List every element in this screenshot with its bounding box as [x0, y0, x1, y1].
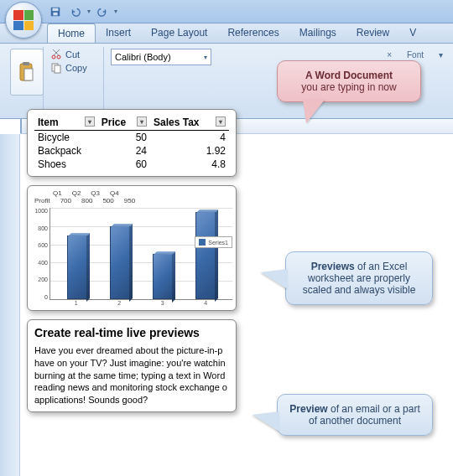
font-group-label: Font [407, 50, 424, 60]
callout-word-document: A Word Document you are typing in now [277, 60, 421, 102]
paste-icon [18, 61, 36, 83]
y-tick: 800 [31, 225, 48, 231]
chart-col: Q3 [91, 189, 100, 197]
chart-header-vals: Profit 700 800 500 950 [31, 197, 232, 204]
copy-button[interactable]: Copy [50, 62, 98, 74]
chart-bar [67, 235, 87, 299]
font-dialog-launcher[interactable]: ▾ [439, 50, 443, 60]
excel-table-preview: Item▾ Price▾ Sales Tax▾ Bicycle 50 4 Bac… [27, 109, 237, 177]
svg-point-7 [57, 55, 60, 59]
callout-bold: Previews [311, 261, 355, 272]
cell-item: Bicycle [34, 131, 98, 145]
callout-excel-preview: Previews of an Excel worksheet are prope… [285, 251, 433, 305]
redo-button[interactable] [94, 3, 111, 20]
preview-panels: Item▾ Price▾ Sales Tax▾ Bicycle 50 4 Bac… [27, 109, 237, 412]
cell-item: Shoes [34, 158, 98, 171]
table-header-tax[interactable]: Sales Tax▾ [150, 115, 229, 131]
clipboard-group-2: Cut Copy [45, 47, 104, 115]
paste-button[interactable] [10, 49, 44, 96]
font-name-combo[interactable]: Calibri (Body) ▾ [111, 49, 211, 65]
chart-val: 800 [81, 197, 92, 204]
chevron-down-icon: ▾ [204, 54, 207, 61]
filter-dropdown-icon[interactable]: ▾ [85, 116, 95, 127]
undo-icon [70, 6, 81, 18]
svg-rect-4 [23, 62, 29, 65]
tab-references[interactable]: References [217, 23, 289, 43]
cell-tax: 4 [150, 131, 229, 145]
qat-customize[interactable]: ▾ [114, 8, 117, 15]
chart-val: 500 [102, 197, 113, 204]
callout-text: you are typing in now [289, 81, 409, 93]
document-preview: Create real-time live previews Have you … [27, 319, 237, 412]
chart-bar [110, 226, 130, 299]
cut-button[interactable]: Cut [50, 49, 98, 60]
ribbon-tabs: Home Insert Page Layout References Maili… [0, 23, 453, 44]
callout-tail-icon [303, 100, 325, 123]
copy-icon [50, 62, 62, 74]
bars [50, 208, 232, 299]
chart-col: Q4 [110, 189, 119, 197]
cell-tax: 1.92 [150, 144, 229, 158]
y-tick: 400 [31, 260, 48, 266]
chart-header: Q1 Q2 Q3 Q4 [31, 189, 232, 197]
chart-legend: Series1 [195, 236, 232, 248]
mini-table: Item▾ Price▾ Sales Tax▾ Bicycle 50 4 Bac… [34, 115, 229, 171]
legend-label: Series1 [208, 240, 228, 246]
x-tick: 4 [204, 300, 207, 306]
svg-rect-2 [53, 12, 57, 15]
legend-swatch [199, 239, 206, 246]
office-button[interactable] [5, 2, 42, 39]
chart-bar [153, 254, 173, 300]
font-group-extras: × Font ▾ [387, 50, 443, 60]
y-axis: 1000 800 600 400 200 0 [31, 208, 49, 300]
table-header-item[interactable]: Item▾ [34, 115, 98, 131]
callout-bold: Preview [289, 403, 327, 415]
tab-mailings[interactable]: Mailings [289, 23, 346, 43]
chart-bar [195, 212, 216, 299]
save-icon [49, 6, 61, 18]
vertical-ruler[interactable] [0, 134, 20, 476]
clear-formatting-icon[interactable]: × [387, 50, 392, 60]
undo-button[interactable] [67, 3, 84, 20]
tab-insert[interactable]: Insert [96, 23, 141, 43]
cell-tax: 4.8 [150, 158, 229, 171]
tab-page-layout[interactable]: Page Layout [141, 23, 217, 43]
cell-price: 60 [98, 158, 150, 171]
x-axis: 1 2 3 4 [31, 300, 232, 306]
clipboard-group [5, 47, 44, 115]
plot [49, 208, 232, 300]
svg-point-6 [52, 55, 55, 59]
callout-email-preview: Preview of an email or a part of another… [277, 394, 433, 436]
cell-item: Backpack [34, 144, 98, 158]
cell-price: 24 [98, 144, 150, 158]
undo-dropdown[interactable]: ▾ [87, 8, 91, 15]
copy-label: Copy [65, 63, 87, 73]
font-name-value: Calibri (Body) [115, 52, 171, 62]
chart-val: 700 [60, 197, 71, 204]
table-header-price[interactable]: Price▾ [98, 115, 150, 131]
x-tick: 1 [75, 300, 78, 306]
filter-dropdown-icon[interactable]: ▾ [137, 116, 147, 127]
filter-dropdown-icon[interactable]: ▾ [216, 116, 226, 127]
tab-view[interactable]: V [399, 23, 426, 43]
y-tick: 600 [31, 242, 48, 248]
redo-icon [96, 6, 108, 18]
callout-bold: A Word Document [305, 70, 393, 81]
tab-home[interactable]: Home [47, 23, 96, 43]
scissors-icon [50, 49, 62, 60]
th-label: Price [102, 116, 126, 128]
y-tick: 200 [31, 277, 48, 282]
svg-rect-1 [53, 8, 59, 11]
table-row: Backpack 24 1.92 [34, 144, 229, 158]
save-button[interactable] [47, 3, 64, 20]
th-label: Sales Tax [154, 116, 199, 128]
office-logo-icon [13, 10, 34, 30]
chart-col: Q2 [72, 189, 81, 197]
callout-tail-icon [253, 411, 279, 432]
quick-access-toolbar: ▾ ▾ [0, 0, 453, 23]
svg-rect-5 [24, 69, 33, 80]
chart-plot-area: 1000 800 600 400 200 0 [31, 208, 232, 300]
x-tick: 3 [161, 300, 164, 306]
excel-chart-preview: Q1 Q2 Q3 Q4 Profit 700 800 500 950 1000 … [27, 185, 237, 311]
tab-review[interactable]: Review [346, 23, 399, 43]
